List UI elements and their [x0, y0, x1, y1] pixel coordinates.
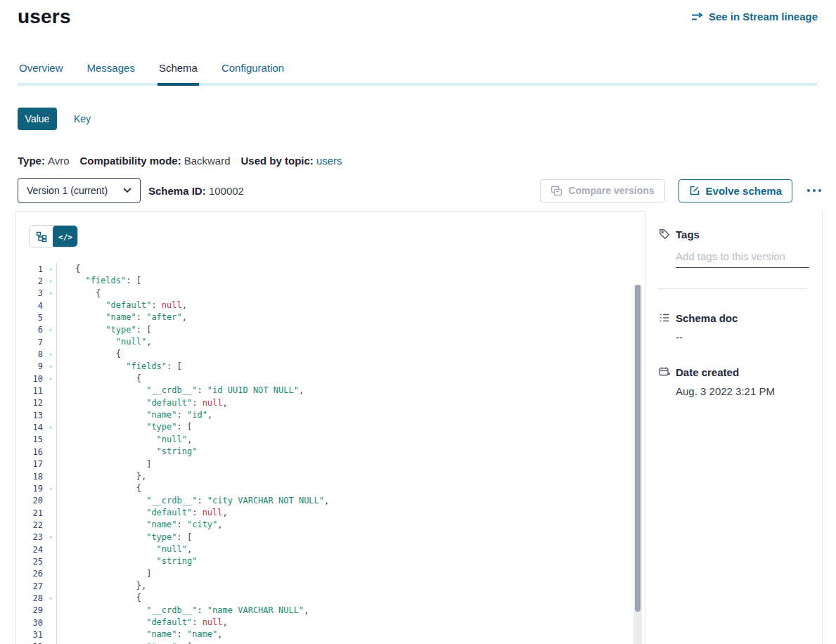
see-in-stream-lineage-link[interactable]: See in Stream lineage — [691, 11, 818, 22]
schema-doc-value: -- — [676, 331, 808, 343]
compare-icon — [551, 185, 562, 197]
line-number: 16 — [16, 447, 45, 457]
date-created-value: Aug. 3 2022 3:21 PM — [676, 385, 808, 397]
fold-toggle-icon[interactable]: ▾ — [45, 266, 56, 273]
line-number: 23 — [16, 532, 45, 542]
compatibility-label: Compatibility mode: — [79, 155, 181, 167]
code-line: "fields": [ — [75, 275, 645, 287]
tab-messages[interactable]: Messages — [86, 62, 136, 83]
stream-lineage-icon — [691, 12, 704, 22]
tags-heading: Tags — [676, 228, 700, 240]
tree-view-icon — [36, 231, 47, 242]
code-view-icon: </> — [58, 233, 72, 242]
code-line: }, — [75, 580, 645, 592]
line-number: 2 — [16, 276, 45, 286]
line-number: 18 — [16, 472, 45, 482]
schema-doc-heading: Schema doc — [676, 312, 738, 324]
tab-overview[interactable]: Overview — [18, 62, 65, 83]
code-line: "default": null, — [75, 397, 645, 409]
fold-toggle-icon[interactable]: ▾ — [45, 290, 56, 297]
version-select[interactable]: Version 1 (current) — [18, 178, 141, 203]
code-line: { — [75, 348, 645, 360]
line-number: 21 — [16, 508, 45, 518]
code-line: "name": "name", — [75, 629, 645, 640]
code-line: "null", — [75, 336, 645, 348]
tab-configuration[interactable]: Configuration — [220, 62, 285, 83]
line-number: 29 — [16, 605, 45, 615]
code-line: { — [75, 592, 645, 604]
code-line: "__crdb__": "id UUID NOT NULL", — [75, 385, 645, 397]
schema-id-value: 100002 — [209, 185, 244, 197]
editor-scrollbar-thumb[interactable] — [635, 285, 641, 612]
code-line: "string" — [75, 446, 645, 458]
line-number: 3 — [16, 288, 45, 298]
line-number: 22 — [16, 520, 45, 530]
line-number: 10 — [16, 374, 45, 384]
schema-sidebar: Tags Schema doc -- — [645, 211, 823, 644]
line-number: 7 — [16, 337, 45, 347]
schema-code-panel: </> 1▾2▾3▾456▾78▾9▾10▾11121314▾151617181… — [15, 211, 645, 644]
compatibility-value: Backward — [184, 155, 231, 167]
tag-icon — [658, 228, 671, 240]
line-number: 28 — [16, 593, 45, 603]
evolve-schema-button[interactable]: Evolve schema — [679, 179, 792, 202]
fold-toggle-icon[interactable]: ▾ — [45, 424, 56, 431]
line-number: 11 — [16, 386, 45, 396]
code-line: "name": "after", — [75, 311, 645, 323]
line-number: 24 — [16, 545, 45, 555]
code-line: "fields": [ — [75, 361, 645, 373]
fold-toggle-icon[interactable]: ▾ — [45, 595, 56, 602]
line-number: 5 — [16, 313, 45, 323]
code-line: "null", — [75, 543, 645, 555]
value-key-toggle: Value Key — [18, 108, 91, 130]
edit-icon — [689, 185, 700, 196]
code-scroll-area[interactable]: 1▾2▾3▾456▾78▾9▾10▾11121314▾1516171819▾20… — [16, 248, 645, 644]
chevron-down-icon — [123, 188, 131, 193]
fold-toggle-icon[interactable]: ▾ — [45, 485, 56, 492]
code-line: "type": [ — [75, 532, 645, 543]
line-number: 14 — [16, 423, 45, 432]
tab-schema[interactable]: Schema — [157, 62, 199, 86]
code-line: { — [75, 373, 645, 385]
line-number: 26 — [16, 569, 45, 579]
code-view-button[interactable]: </> — [53, 225, 78, 247]
line-number: 8 — [16, 349, 45, 359]
code-line: ] — [75, 568, 645, 580]
code-line: "null", — [75, 434, 645, 446]
fold-toggle-icon[interactable]: ▾ — [45, 534, 56, 541]
code-line: "default": null, — [75, 617, 645, 629]
page-title: users — [18, 6, 71, 28]
code-line: "default": null, — [75, 507, 645, 519]
tab-bar: Overview Messages Schema Configuration — [18, 62, 818, 86]
tree-view-button[interactable] — [30, 226, 53, 247]
code-line: "__crdb__": "city VARCHAR NOT NULL", — [75, 495, 645, 507]
editor-scrollbar[interactable] — [634, 285, 642, 644]
fold-toggle-icon[interactable]: ▾ — [45, 351, 56, 358]
value-toggle-button[interactable]: Value — [18, 108, 57, 130]
date-created-heading: Date created — [676, 366, 739, 378]
line-number: 17 — [16, 459, 45, 469]
fold-toggle-icon[interactable]: ▾ — [45, 326, 56, 333]
compare-versions-button[interactable]: Compare versions — [540, 179, 664, 202]
fold-toggle-icon[interactable]: ▾ — [45, 375, 56, 382]
line-number: 19 — [16, 484, 45, 494]
line-number: 13 — [16, 411, 45, 420]
line-number: 6 — [16, 325, 45, 335]
more-options-button[interactable] — [806, 186, 823, 195]
code-line: ] — [75, 458, 645, 470]
code-line: { — [75, 482, 645, 494]
version-bar: Version 1 (current) Schema ID: 100002 Co… — [18, 178, 823, 203]
fold-toggle-icon[interactable]: ▾ — [45, 363, 56, 370]
code-line: "__crdb__": "name VARCHAR NULL", — [75, 605, 645, 617]
used-by-topic-link[interactable]: users — [316, 155, 342, 167]
fold-toggle-icon[interactable]: ▾ — [45, 278, 56, 285]
key-toggle-link[interactable]: Key — [74, 113, 91, 124]
add-tags-input[interactable] — [676, 240, 809, 268]
schema-meta-row: Type:Avro Compatibility mode:Backward Us… — [18, 155, 342, 167]
line-number: 15 — [16, 434, 45, 444]
code-line: "name": "city", — [75, 519, 645, 531]
line-number: 31 — [16, 630, 45, 640]
schema-id-label: Schema ID: — [148, 185, 206, 197]
code-line: }, — [75, 470, 645, 482]
line-number: 27 — [16, 581, 45, 591]
